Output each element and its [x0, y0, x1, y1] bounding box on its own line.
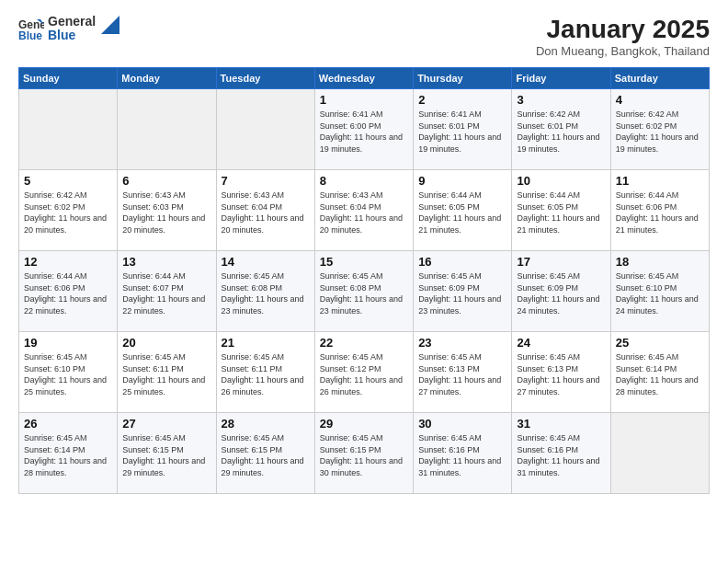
calendar-week-2: 5Sunrise: 6:42 AMSunset: 6:02 PMDaylight…	[19, 170, 710, 251]
day-info: Sunrise: 6:45 AMSunset: 6:12 PMDaylight:…	[320, 351, 408, 397]
page-header: General Blue General Blue January 2025 D…	[18, 15, 710, 58]
location-subtitle: Don Mueang, Bangkok, Thailand	[536, 44, 710, 58]
calendar-cell: 8Sunrise: 6:43 AMSunset: 6:04 PMDaylight…	[314, 170, 413, 251]
calendar-cell: 13Sunrise: 6:44 AMSunset: 6:07 PMDayligh…	[118, 251, 216, 332]
day-info: Sunrise: 6:41 AMSunset: 6:01 PMDaylight:…	[418, 109, 506, 155]
svg-text:Blue: Blue	[18, 29, 42, 41]
calendar-cell: 17Sunrise: 6:45 AMSunset: 6:09 PMDayligh…	[512, 251, 610, 332]
title-area: January 2025 Don Mueang, Bangkok, Thaila…	[536, 15, 710, 58]
day-info: Sunrise: 6:43 AMSunset: 6:04 PMDaylight:…	[222, 190, 310, 236]
calendar-cell: 26Sunrise: 6:45 AMSunset: 6:14 PMDayligh…	[19, 413, 118, 494]
calendar-week-5: 26Sunrise: 6:45 AMSunset: 6:14 PMDayligh…	[19, 413, 710, 494]
calendar-cell	[118, 89, 216, 170]
calendar-cell: 23Sunrise: 6:45 AMSunset: 6:13 PMDayligh…	[414, 332, 512, 413]
calendar-table: SundayMondayTuesdayWednesdayThursdayFrid…	[18, 67, 710, 494]
day-info: Sunrise: 6:42 AMSunset: 6:02 PMDaylight:…	[616, 109, 704, 155]
day-number: 20	[122, 336, 210, 350]
logo: General Blue General Blue	[18, 15, 119, 43]
day-number: 25	[616, 336, 704, 350]
day-info: Sunrise: 6:45 AMSunset: 6:08 PMDaylight:…	[222, 270, 310, 316]
weekday-header-friday: Friday	[512, 68, 610, 89]
day-number: 17	[517, 255, 605, 269]
calendar-cell	[19, 89, 118, 170]
day-number: 10	[517, 174, 605, 188]
day-number: 6	[122, 174, 210, 188]
calendar-cell: 21Sunrise: 6:45 AMSunset: 6:11 PMDayligh…	[216, 332, 314, 413]
weekday-header-row: SundayMondayTuesdayWednesdayThursdayFrid…	[19, 68, 710, 89]
calendar-cell: 7Sunrise: 6:43 AMSunset: 6:04 PMDaylight…	[216, 170, 314, 251]
calendar-cell: 12Sunrise: 6:44 AMSunset: 6:06 PMDayligh…	[19, 251, 118, 332]
month-title: January 2025	[536, 15, 710, 44]
calendar-cell: 15Sunrise: 6:45 AMSunset: 6:08 PMDayligh…	[314, 251, 413, 332]
day-number: 3	[517, 93, 605, 107]
calendar-cell: 10Sunrise: 6:44 AMSunset: 6:05 PMDayligh…	[512, 170, 610, 251]
calendar-cell: 14Sunrise: 6:45 AMSunset: 6:08 PMDayligh…	[216, 251, 314, 332]
day-number: 16	[418, 255, 506, 269]
day-number: 11	[616, 174, 704, 188]
day-info: Sunrise: 6:43 AMSunset: 6:03 PMDaylight:…	[122, 190, 210, 236]
day-info: Sunrise: 6:45 AMSunset: 6:13 PMDaylight:…	[517, 351, 605, 397]
logo-general: General	[48, 15, 96, 29]
day-number: 12	[24, 255, 112, 269]
day-info: Sunrise: 6:45 AMSunset: 6:15 PMDaylight:…	[222, 432, 310, 478]
day-number: 27	[122, 417, 210, 431]
calendar-cell: 25Sunrise: 6:45 AMSunset: 6:14 PMDayligh…	[610, 332, 709, 413]
calendar-cell	[216, 89, 314, 170]
day-info: Sunrise: 6:45 AMSunset: 6:10 PMDaylight:…	[616, 270, 704, 316]
day-number: 15	[320, 255, 408, 269]
day-number: 24	[517, 336, 605, 350]
day-number: 26	[24, 417, 112, 431]
calendar-cell: 31Sunrise: 6:45 AMSunset: 6:16 PMDayligh…	[512, 413, 610, 494]
day-info: Sunrise: 6:45 AMSunset: 6:09 PMDaylight:…	[418, 270, 506, 316]
calendar-body: 1Sunrise: 6:41 AMSunset: 6:00 PMDaylight…	[19, 89, 710, 494]
weekday-header-monday: Monday	[118, 68, 216, 89]
day-info: Sunrise: 6:44 AMSunset: 6:05 PMDaylight:…	[418, 190, 506, 236]
calendar-cell: 1Sunrise: 6:41 AMSunset: 6:00 PMDaylight…	[314, 89, 413, 170]
logo-triangle-icon	[101, 16, 119, 34]
day-number: 31	[517, 417, 605, 431]
calendar-cell: 18Sunrise: 6:45 AMSunset: 6:10 PMDayligh…	[610, 251, 709, 332]
calendar-cell: 4Sunrise: 6:42 AMSunset: 6:02 PMDaylight…	[610, 89, 709, 170]
calendar-cell: 16Sunrise: 6:45 AMSunset: 6:09 PMDayligh…	[414, 251, 512, 332]
day-info: Sunrise: 6:44 AMSunset: 6:06 PMDaylight:…	[24, 270, 112, 316]
calendar-cell: 24Sunrise: 6:45 AMSunset: 6:13 PMDayligh…	[512, 332, 610, 413]
calendar-week-3: 12Sunrise: 6:44 AMSunset: 6:06 PMDayligh…	[19, 251, 710, 332]
day-info: Sunrise: 6:45 AMSunset: 6:16 PMDaylight:…	[418, 432, 506, 478]
day-number: 18	[616, 255, 704, 269]
calendar-cell: 11Sunrise: 6:44 AMSunset: 6:06 PMDayligh…	[610, 170, 709, 251]
day-number: 8	[320, 174, 408, 188]
day-number: 4	[616, 93, 704, 107]
calendar-cell: 19Sunrise: 6:45 AMSunset: 6:10 PMDayligh…	[19, 332, 118, 413]
day-number: 14	[222, 255, 310, 269]
calendar-cell: 20Sunrise: 6:45 AMSunset: 6:11 PMDayligh…	[118, 332, 216, 413]
day-number: 9	[418, 174, 506, 188]
day-number: 29	[320, 417, 408, 431]
calendar-week-1: 1Sunrise: 6:41 AMSunset: 6:00 PMDaylight…	[19, 89, 710, 170]
logo-blue: Blue	[48, 29, 96, 42]
day-info: Sunrise: 6:45 AMSunset: 6:11 PMDaylight:…	[222, 351, 310, 397]
calendar-cell: 9Sunrise: 6:44 AMSunset: 6:05 PMDaylight…	[414, 170, 512, 251]
day-info: Sunrise: 6:45 AMSunset: 6:08 PMDaylight:…	[320, 270, 408, 316]
day-info: Sunrise: 6:44 AMSunset: 6:06 PMDaylight:…	[616, 190, 704, 236]
day-number: 30	[418, 417, 506, 431]
calendar-cell: 3Sunrise: 6:42 AMSunset: 6:01 PMDaylight…	[512, 89, 610, 170]
day-number: 13	[122, 255, 210, 269]
day-info: Sunrise: 6:43 AMSunset: 6:04 PMDaylight:…	[320, 190, 408, 236]
day-info: Sunrise: 6:45 AMSunset: 6:14 PMDaylight:…	[24, 432, 112, 478]
weekday-header-tuesday: Tuesday	[216, 68, 314, 89]
day-info: Sunrise: 6:45 AMSunset: 6:10 PMDaylight:…	[24, 351, 112, 397]
day-info: Sunrise: 6:45 AMSunset: 6:15 PMDaylight:…	[320, 432, 408, 478]
day-number: 1	[320, 93, 408, 107]
day-number: 23	[418, 336, 506, 350]
calendar-cell: 28Sunrise: 6:45 AMSunset: 6:15 PMDayligh…	[216, 413, 314, 494]
day-number: 2	[418, 93, 506, 107]
day-info: Sunrise: 6:42 AMSunset: 6:02 PMDaylight:…	[24, 190, 112, 236]
day-info: Sunrise: 6:45 AMSunset: 6:16 PMDaylight:…	[517, 432, 605, 478]
day-info: Sunrise: 6:45 AMSunset: 6:09 PMDaylight:…	[517, 270, 605, 316]
calendar-cell	[610, 413, 709, 494]
day-info: Sunrise: 6:44 AMSunset: 6:05 PMDaylight:…	[517, 190, 605, 236]
calendar-cell: 6Sunrise: 6:43 AMSunset: 6:03 PMDaylight…	[118, 170, 216, 251]
weekday-header-sunday: Sunday	[19, 68, 118, 89]
logo-text: General Blue	[48, 15, 96, 43]
weekday-header-wednesday: Wednesday	[314, 68, 413, 89]
